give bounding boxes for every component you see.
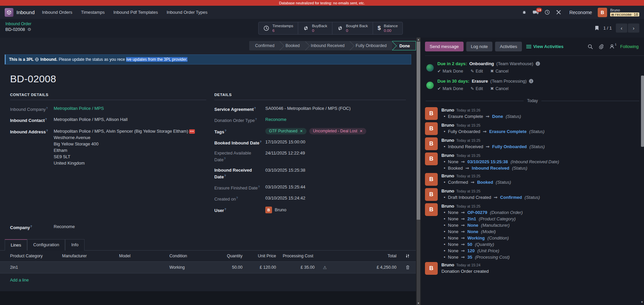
message-author[interactable]: Bruno — [441, 123, 454, 128]
edit-activity-button[interactable]: ✎Edit — [471, 86, 483, 91]
edit-activity-button[interactable]: ✎Edit — [471, 69, 483, 74]
company-switcher[interactable]: Reconome — [569, 10, 592, 15]
nav-item-timestamps[interactable]: Timestamps — [81, 10, 105, 15]
cell-unit-price[interactable]: £ 120.00 — [245, 265, 279, 270]
table-row[interactable]: 2in1 Working 50.00 £ 120.00 £ 35.00 ⚠ £ … — [0, 261, 416, 273]
tab-lines[interactable]: Lines — [5, 239, 27, 251]
mark-done-button[interactable]: ✔Mark Done — [437, 86, 463, 91]
stat-button-timestamps[interactable]: Timestamps6 — [259, 22, 298, 34]
pager-previous-button[interactable]: ‹ — [616, 24, 627, 33]
scrollbar-thumb[interactable] — [417, 42, 420, 220]
message-author[interactable]: Bruno — [441, 173, 454, 178]
nav-item-inbound-pdf-templates[interactable]: Inbound Pdf Templates — [113, 10, 158, 15]
debug-bug-icon[interactable] — [522, 10, 527, 15]
tag-gtf-purchased[interactable]: GTF Purchased✕ — [265, 128, 307, 134]
scroll-up-icon[interactable]: ▲ — [416, 38, 421, 41]
stat-button-balance[interactable]: $ Balance0.00 — [373, 22, 402, 34]
breadcrumb-parent-link[interactable]: Inbound Order — [5, 21, 31, 27]
followers-icon[interactable]: 1 — [609, 44, 614, 49]
activities-button[interactable]: Activities — [495, 42, 522, 51]
scroll-down-icon[interactable]: ▼ — [416, 302, 421, 304]
avatar[interactable]: B — [425, 152, 438, 165]
form-scrollbar[interactable]: ▲ ▼ — [416, 38, 421, 305]
send-message-button[interactable]: Send message — [425, 42, 464, 51]
stat-button-buyback[interactable]: BuyBack0 — [298, 22, 332, 34]
chatter-scroll-down-icon[interactable]: ▼ — [641, 301, 643, 304]
tab-info[interactable]: Info — [65, 239, 85, 251]
message-author[interactable]: Bruno — [441, 262, 454, 267]
tab-configuration[interactable]: Configuration — [27, 239, 65, 251]
cell-processing-cost[interactable]: £ 35.00 — [279, 265, 317, 270]
created-on-value[interactable]: 03/10/2025 15:24:42 — [265, 195, 305, 201]
mark-done-button[interactable]: ✔Mark Done — [437, 69, 463, 74]
avatar[interactable]: B — [425, 262, 438, 275]
message-author[interactable]: Bruno — [441, 204, 454, 209]
search-messages-icon[interactable] — [588, 44, 593, 49]
col-processing-cost[interactable]: Processing Cost — [279, 254, 317, 258]
tools-icon[interactable] — [556, 9, 561, 15]
message-author[interactable]: Bruno — [441, 107, 454, 113]
pager-next-button[interactable]: › — [628, 24, 639, 33]
remove-tag-icon[interactable]: ✕ — [300, 129, 303, 133]
cancel-activity-button[interactable]: ✖Cancel — [490, 86, 508, 91]
col-unit-price[interactable]: Unit Price — [245, 254, 279, 258]
user-value[interactable]: B Bruno — [265, 207, 286, 213]
actions-gear-icon[interactable]: ⚙ — [28, 27, 32, 33]
avatar[interactable]: B — [425, 137, 438, 150]
booked-inbound-date-value[interactable]: 17/10/2025 15:00:00 — [265, 139, 305, 145]
add-a-line-link[interactable]: Add a line — [10, 278, 29, 282]
view-activities-link[interactable]: View Activities — [526, 44, 564, 49]
col-model[interactable]: Model — [119, 254, 169, 258]
cell-condition[interactable]: Working — [169, 265, 215, 270]
record-title[interactable]: BD-02008 — [10, 73, 416, 85]
inbound-company-link[interactable]: Metropolitan Police / MPS — [54, 105, 104, 111]
avatar[interactable]: B — [425, 107, 438, 120]
company-value[interactable]: Reconome — [54, 224, 75, 229]
app-menu-button[interactable] — [5, 8, 13, 17]
activity-name[interactable]: Onboarding — [469, 61, 494, 66]
app-name[interactable]: Inbound — [16, 9, 35, 15]
avatar[interactable]: B — [425, 203, 438, 216]
cancel-activity-button[interactable]: ✖Cancel — [490, 69, 508, 74]
message-author[interactable]: Bruno — [441, 188, 454, 193]
user-menu[interactable]: Bruno ▤reconome_18 — [610, 8, 639, 16]
following-button[interactable]: Following — [620, 44, 639, 49]
optional-columns-icon[interactable] — [399, 254, 416, 258]
user-avatar[interactable]: B — [598, 8, 607, 17]
status-step-inbound-received[interactable]: Inbound Received — [305, 41, 351, 50]
inbound-address-value[interactable]: Metropolitan Police / MPS, Alvin Spencer… — [54, 128, 195, 166]
tag-uncompleted-deal-lost[interactable]: Uncompleted - Deal Lost✕ — [309, 128, 366, 134]
info-icon[interactable]: i — [536, 61, 540, 66]
inbound-received-date-value[interactable]: 03/10/2025 15:25:38 — [265, 167, 305, 173]
col-total[interactable]: Total — [352, 254, 399, 258]
nav-item-inbound-orders[interactable]: Inbound Orders — [42, 10, 72, 15]
donation-order-type-link[interactable]: Reconome — [265, 117, 286, 122]
attachments-paperclip-icon[interactable] — [599, 44, 604, 49]
cell-product-category[interactable]: 2in1 — [10, 265, 62, 270]
stat-button-bought-back[interactable]: Bought Back0 — [332, 22, 373, 34]
nav-item-inbound-order-types[interactable]: Inbound Order Types — [167, 10, 208, 15]
inbound-contact-value[interactable]: Metropolitan Police / MPS, Allison Hall — [54, 117, 127, 122]
activity-clock-icon[interactable] — [544, 9, 550, 15]
internal-link-icon[interactable]: ••• — [189, 129, 195, 134]
chatter-scrollbar-thumb[interactable] — [641, 76, 644, 147]
avatar[interactable]: B — [425, 122, 438, 135]
col-manufacturer[interactable]: Manufacturer — [62, 254, 119, 258]
avatar[interactable]: B — [425, 188, 438, 201]
expected-available-date-value[interactable]: 24/11/2025 12:22:49 — [265, 150, 305, 156]
cell-quantity[interactable]: 50.00 — [215, 265, 245, 270]
avatar[interactable]: B — [425, 173, 438, 186]
col-condition[interactable]: Condition — [169, 254, 215, 258]
message-author[interactable]: Bruno — [441, 153, 454, 158]
col-quantity[interactable]: Quantity — [215, 254, 245, 258]
erasure-finished-date-value[interactable]: 03/10/2025 15:25:44 — [265, 184, 305, 190]
status-step-fully-onboarded[interactable]: Fully Onboarded — [350, 41, 392, 50]
log-note-button[interactable]: Log note — [466, 42, 493, 51]
messages-icon[interactable]: 13 — [533, 10, 539, 15]
remove-tag-icon[interactable]: ✕ — [360, 129, 363, 133]
message-author[interactable]: Bruno — [441, 138, 454, 143]
bookmark-icon[interactable] — [594, 25, 599, 31]
service-agreement-value[interactable]: SA00046 - Metropolitan Police / MPS (FOC… — [265, 105, 351, 111]
col-product-category[interactable]: Product Category — [10, 254, 62, 258]
info-icon[interactable]: i — [529, 79, 533, 83]
